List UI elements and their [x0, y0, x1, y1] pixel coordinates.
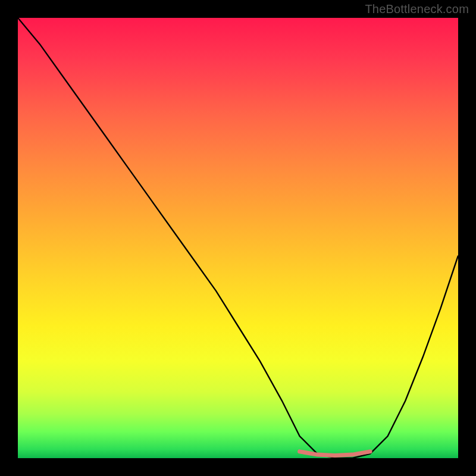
- chart-overlay: [18, 18, 458, 458]
- valley-marker-line: [300, 452, 370, 456]
- chart-frame: TheBottleneck.com: [0, 0, 476, 476]
- watermark-text: TheBottleneck.com: [365, 2, 469, 16]
- bottleneck-curve: [18, 18, 458, 458]
